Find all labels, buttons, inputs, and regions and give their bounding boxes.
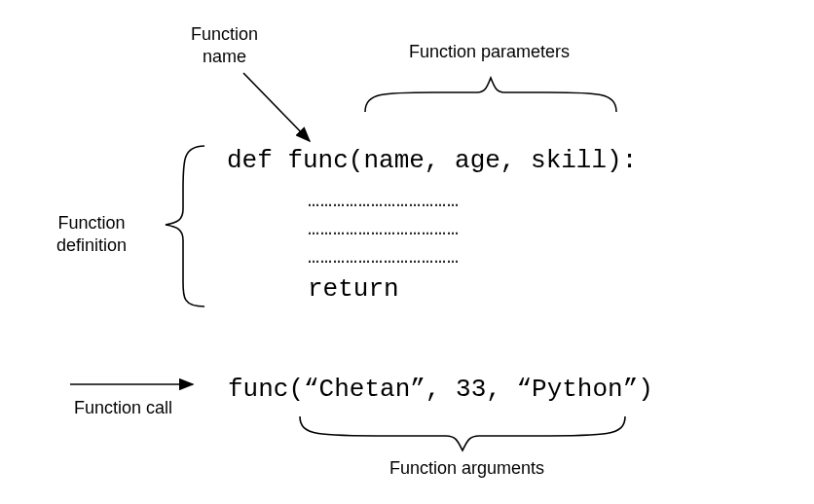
brace-definition-icon (166, 146, 204, 306)
code-body-line-2: ……………………………… (308, 218, 460, 240)
brace-parameters-icon (365, 78, 616, 112)
code-body-line-1: ……………………………… (308, 190, 460, 212)
label-function-call: Function call (74, 397, 172, 419)
code-return-stmt: return (308, 274, 399, 305)
label-function-definition: Function definition (56, 212, 127, 256)
label-function-name: Function name (191, 23, 258, 67)
arrow-function-name (243, 73, 310, 141)
label-function-arguments: Function arguments (389, 457, 544, 480)
brace-arguments-icon (300, 416, 625, 450)
code-body-line-3: ……………………………… (308, 246, 460, 269)
code-call-line: func(“Chetan”, 33, “Python”) (228, 375, 653, 405)
code-def-line: def func(name, age, skill): (227, 146, 637, 176)
label-function-parameters: Function parameters (409, 41, 570, 63)
